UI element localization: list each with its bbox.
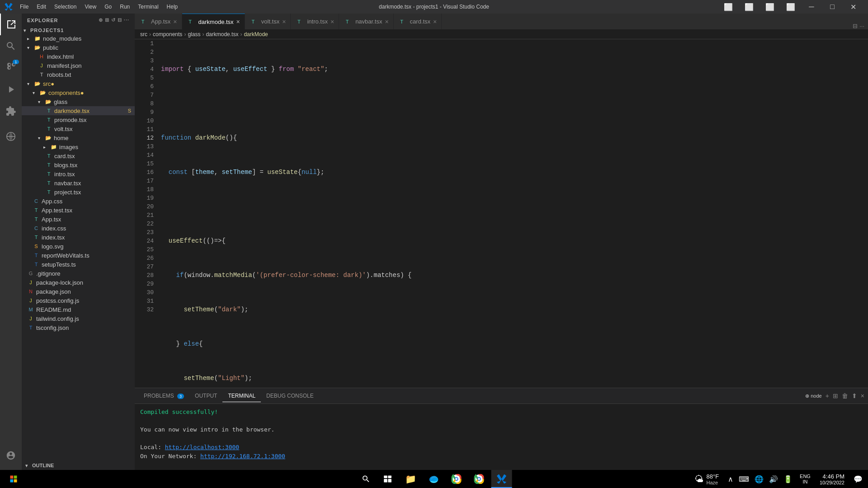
sidebar-item-images[interactable]: 📁 images — [22, 142, 135, 151]
code-content[interactable]: import { useState, useEffect } from "rea… — [157, 39, 868, 388]
sidebar-item-report-web[interactable]: T reportWebVitals.ts — [22, 251, 135, 260]
taskbar-vscode[interactable] — [491, 470, 512, 488]
network-icon[interactable]: 🌐 — [753, 475, 765, 483]
language-indicator[interactable]: ENG IN — [798, 474, 812, 484]
split-editor-icon[interactable]: ⊟ — [853, 23, 858, 29]
tab-intro-tsx[interactable]: T intro.tsx × — [291, 14, 339, 29]
terminal-content[interactable]: Compiled successfully! You can now view … — [135, 404, 868, 478]
menu-help[interactable]: Help — [163, 2, 182, 11]
tab-output[interactable]: OUTPUT — [189, 390, 222, 402]
tab-volt-tsx[interactable]: T volt.tsx × — [245, 14, 291, 29]
sidebar-item-app-css[interactable]: C App.css — [22, 197, 135, 206]
outline-section[interactable]: OUTLINE — [22, 461, 135, 470]
sidebar-item-src[interactable]: 📂 src ● — [22, 79, 135, 88]
run-debug-icon[interactable] — [0, 79, 22, 100]
breadcrumb-components[interactable]: components — [153, 31, 182, 38]
taskbar-search[interactable] — [356, 470, 376, 488]
sidebar-item-index-css[interactable]: C index.css — [22, 224, 135, 233]
close-button[interactable]: ✕ — [843, 0, 863, 14]
add-terminal-icon[interactable]: + — [826, 392, 829, 399]
battery-icon[interactable]: 🔋 — [782, 475, 794, 483]
sidebar-item-components[interactable]: 📂 components ● — [22, 88, 135, 97]
taskbar-task-view[interactable] — [378, 470, 398, 488]
sidebar-item-blogs[interactable]: T blogs.tsx — [22, 160, 135, 169]
taskbar-file-explorer[interactable]: 📁 — [400, 470, 422, 488]
breadcrumb-glass[interactable]: glass — [188, 31, 200, 38]
menu-terminal[interactable]: Terminal — [134, 2, 162, 11]
sidebar-item-public[interactable]: 📂 public — [22, 43, 135, 52]
source-control-icon[interactable]: 1 — [0, 57, 22, 79]
tab-darkmode-tsx[interactable]: T darkmode.tsx × — [182, 14, 245, 29]
tab-close-icon[interactable]: × — [330, 18, 334, 25]
sidebar-item-darkmode[interactable]: T darkmode.tsx S — [22, 106, 135, 115]
layout-icon-3[interactable]: ⬜ — [760, 0, 780, 14]
tab-card-tsx[interactable]: T card.tsx × — [394, 14, 442, 29]
sidebar-item-intro[interactable]: T intro.tsx — [22, 169, 135, 178]
start-button[interactable] — [4, 470, 24, 488]
menu-edit[interactable]: Edit — [33, 2, 50, 11]
extensions-icon[interactable] — [0, 100, 22, 122]
sidebar-item-tsconfig[interactable]: T tsconfig.json — [22, 323, 135, 332]
tab-app-tsx[interactable]: T App.tsx × — [135, 14, 182, 29]
collapse-icon[interactable]: ⊟ — [118, 17, 122, 23]
refresh-icon[interactable]: ↺ — [111, 17, 116, 23]
project-root[interactable]: PROJECTS1 — [22, 27, 135, 34]
sidebar-item-tailwind[interactable]: J tailwind.config.js — [22, 314, 135, 323]
breadcrumb-function[interactable]: darkMode — [244, 31, 268, 38]
remote-icon[interactable] — [0, 126, 22, 147]
sidebar-item-home[interactable]: 📂 home — [22, 133, 135, 142]
sidebar-item-app-tsx[interactable]: T App.tsx — [22, 215, 135, 224]
tab-close-icon[interactable]: × — [236, 18, 240, 25]
menu-view[interactable]: View — [81, 2, 100, 11]
menu-file[interactable]: File — [16, 2, 32, 11]
breadcrumb-file[interactable]: darkmode.tsx — [206, 31, 238, 38]
tab-terminal[interactable]: TERMINAL — [222, 390, 261, 402]
new-folder-icon[interactable]: ⊞ — [105, 17, 109, 23]
sidebar-item-index-html[interactable]: H index.html — [22, 52, 135, 61]
breadcrumb-src[interactable]: src — [140, 31, 147, 38]
sidebar-item-node-modules[interactable]: 📁 node_modules — [22, 34, 135, 43]
taskbar-chrome[interactable] — [469, 470, 490, 488]
tab-problems[interactable]: PROBLEMS 3 — [138, 390, 189, 402]
menu-go[interactable]: Go — [101, 2, 115, 11]
sidebar-item-glass[interactable]: 📂 glass — [22, 97, 135, 106]
sidebar-item-project[interactable]: T project.tsx — [22, 188, 135, 197]
keyboard-icon[interactable]: ⌨ — [737, 475, 751, 483]
sidebar-item-navbar[interactable]: T navbar.tsx — [22, 178, 135, 188]
tab-close-icon[interactable]: × — [385, 18, 388, 25]
code-editor[interactable]: 1 2 3 4 5 6 7 8 9 10 11 12 13 14 15 16 1 — [135, 39, 868, 388]
tab-navbar-tsx[interactable]: T navbar.tsx × — [339, 14, 393, 29]
sidebar-item-promode[interactable]: T promode.tsx — [22, 115, 135, 124]
accounts-icon[interactable] — [0, 445, 22, 466]
weather-widget[interactable]: 🌤 88°F Haze — [691, 473, 722, 485]
sidebar-item-postcss[interactable]: J postcss.config.js — [22, 296, 135, 305]
volume-icon[interactable]: 🔊 — [767, 475, 780, 483]
sidebar-item-setup-tests[interactable]: T setupTests.ts — [22, 260, 135, 269]
menu-run[interactable]: Run — [116, 2, 133, 11]
tab-close-icon[interactable]: × — [433, 18, 437, 25]
split-terminal-icon[interactable]: ⊞ — [833, 392, 838, 399]
sidebar-item-robots[interactable]: T robots.txt — [22, 70, 135, 79]
taskbar-edge[interactable] — [424, 470, 444, 488]
kill-terminal-icon[interactable]: 🗑 — [842, 392, 848, 399]
sidebar-item-index-tsx[interactable]: T index.tsx — [22, 233, 135, 242]
sidebar-item-volt[interactable]: T volt.tsx — [22, 124, 135, 133]
tab-close-icon[interactable]: × — [282, 18, 286, 25]
more-actions-icon[interactable]: ··· — [859, 23, 864, 29]
new-file-icon[interactable]: ⊕ — [99, 17, 103, 23]
layout-icon-4[interactable]: ⬜ — [780, 0, 801, 14]
sidebar-item-card[interactable]: T card.tsx — [22, 151, 135, 160]
sidebar-item-gitignore[interactable]: G .gitignore — [22, 269, 135, 278]
layout-icon-2[interactable]: ⬜ — [739, 0, 760, 14]
tab-debug-console[interactable]: DEBUG CONSOLE — [261, 390, 319, 402]
sidebar-item-logo-svg[interactable]: S logo.svg — [22, 242, 135, 251]
close-panel-icon[interactable]: × — [861, 392, 864, 399]
notification-icon[interactable]: 💬 — [852, 475, 864, 483]
sidebar-item-app-test[interactable]: T App.test.tsx — [22, 206, 135, 215]
tab-close-icon[interactable]: × — [173, 18, 177, 25]
search-icon[interactable] — [0, 35, 22, 57]
maximize-panel-icon[interactable]: ⬆ — [852, 392, 857, 399]
more-icon[interactable]: ··· — [124, 17, 129, 23]
taskbar-chrome-2[interactable] — [446, 470, 467, 488]
clock[interactable]: 4:46 PM 10/29/2022 — [816, 473, 848, 485]
